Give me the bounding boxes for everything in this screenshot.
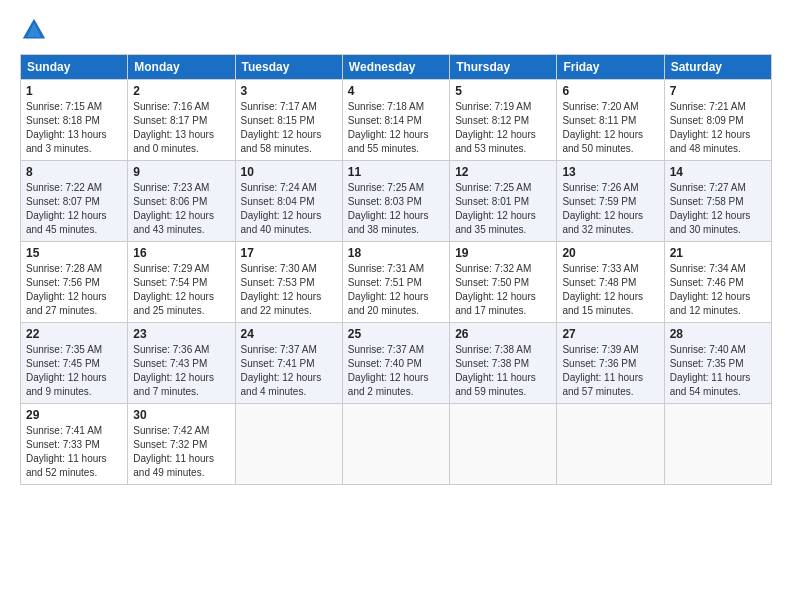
sunrise: Sunrise: 7:32 AM [455, 263, 531, 274]
sunrise: Sunrise: 7:15 AM [26, 101, 102, 112]
daylight: Daylight: 12 hours and 58 minutes. [241, 129, 322, 154]
day-number: 28 [670, 327, 766, 341]
day-number: 2 [133, 84, 229, 98]
daylight: Daylight: 12 hours and 2 minutes. [348, 372, 429, 397]
day-detail: Sunrise: 7:16 AM Sunset: 8:17 PM Dayligh… [133, 100, 229, 156]
sunrise: Sunrise: 7:37 AM [348, 344, 424, 355]
day-number: 5 [455, 84, 551, 98]
day-number: 27 [562, 327, 658, 341]
sunrise: Sunrise: 7:18 AM [348, 101, 424, 112]
sunset: Sunset: 7:35 PM [670, 358, 744, 369]
daylight: Daylight: 12 hours and 48 minutes. [670, 129, 751, 154]
sunset: Sunset: 7:46 PM [670, 277, 744, 288]
daylight: Daylight: 12 hours and 35 minutes. [455, 210, 536, 235]
sunset: Sunset: 8:11 PM [562, 115, 636, 126]
daylight: Daylight: 12 hours and 55 minutes. [348, 129, 429, 154]
empty-cell [557, 404, 664, 485]
sunset: Sunset: 8:14 PM [348, 115, 422, 126]
sunrise: Sunrise: 7:26 AM [562, 182, 638, 193]
sunrise: Sunrise: 7:20 AM [562, 101, 638, 112]
day-detail: Sunrise: 7:39 AM Sunset: 7:36 PM Dayligh… [562, 343, 658, 399]
day-cell-9: 9 Sunrise: 7:23 AM Sunset: 8:06 PM Dayli… [128, 161, 235, 242]
day-number: 16 [133, 246, 229, 260]
sunset: Sunset: 7:43 PM [133, 358, 207, 369]
daylight: Daylight: 11 hours and 59 minutes. [455, 372, 536, 397]
day-cell-3: 3 Sunrise: 7:17 AM Sunset: 8:15 PM Dayli… [235, 80, 342, 161]
day-cell-8: 8 Sunrise: 7:22 AM Sunset: 8:07 PM Dayli… [21, 161, 128, 242]
empty-cell [235, 404, 342, 485]
sunrise: Sunrise: 7:28 AM [26, 263, 102, 274]
sunrise: Sunrise: 7:29 AM [133, 263, 209, 274]
calendar-week-1: 1 Sunrise: 7:15 AM Sunset: 8:18 PM Dayli… [21, 80, 772, 161]
daylight: Daylight: 12 hours and 50 minutes. [562, 129, 643, 154]
sunset: Sunset: 7:59 PM [562, 196, 636, 207]
empty-cell [342, 404, 449, 485]
sunrise: Sunrise: 7:31 AM [348, 263, 424, 274]
sunrise: Sunrise: 7:30 AM [241, 263, 317, 274]
day-detail: Sunrise: 7:17 AM Sunset: 8:15 PM Dayligh… [241, 100, 337, 156]
sunset: Sunset: 7:38 PM [455, 358, 529, 369]
day-cell-26: 26 Sunrise: 7:38 AM Sunset: 7:38 PM Dayl… [450, 323, 557, 404]
day-cell-29: 29 Sunrise: 7:41 AM Sunset: 7:33 PM Dayl… [21, 404, 128, 485]
day-number: 18 [348, 246, 444, 260]
day-number: 20 [562, 246, 658, 260]
day-detail: Sunrise: 7:25 AM Sunset: 8:01 PM Dayligh… [455, 181, 551, 237]
sunrise: Sunrise: 7:23 AM [133, 182, 209, 193]
day-detail: Sunrise: 7:22 AM Sunset: 8:07 PM Dayligh… [26, 181, 122, 237]
daylight: Daylight: 12 hours and 30 minutes. [670, 210, 751, 235]
day-number: 12 [455, 165, 551, 179]
day-cell-30: 30 Sunrise: 7:42 AM Sunset: 7:32 PM Dayl… [128, 404, 235, 485]
day-number: 11 [348, 165, 444, 179]
daylight: Daylight: 12 hours and 22 minutes. [241, 291, 322, 316]
day-cell-6: 6 Sunrise: 7:20 AM Sunset: 8:11 PM Dayli… [557, 80, 664, 161]
sunset: Sunset: 7:50 PM [455, 277, 529, 288]
daylight: Daylight: 12 hours and 43 minutes. [133, 210, 214, 235]
daylight: Daylight: 12 hours and 27 minutes. [26, 291, 107, 316]
day-cell-24: 24 Sunrise: 7:37 AM Sunset: 7:41 PM Dayl… [235, 323, 342, 404]
day-cell-5: 5 Sunrise: 7:19 AM Sunset: 8:12 PM Dayli… [450, 80, 557, 161]
day-cell-23: 23 Sunrise: 7:36 AM Sunset: 7:43 PM Dayl… [128, 323, 235, 404]
day-number: 3 [241, 84, 337, 98]
sunset: Sunset: 8:01 PM [455, 196, 529, 207]
day-detail: Sunrise: 7:31 AM Sunset: 7:51 PM Dayligh… [348, 262, 444, 318]
day-number: 22 [26, 327, 122, 341]
sunrise: Sunrise: 7:40 AM [670, 344, 746, 355]
day-number: 9 [133, 165, 229, 179]
sunrise: Sunrise: 7:42 AM [133, 425, 209, 436]
day-cell-21: 21 Sunrise: 7:34 AM Sunset: 7:46 PM Dayl… [664, 242, 771, 323]
sunrise: Sunrise: 7:27 AM [670, 182, 746, 193]
daylight: Daylight: 13 hours and 3 minutes. [26, 129, 107, 154]
sunrise: Sunrise: 7:24 AM [241, 182, 317, 193]
sunset: Sunset: 7:36 PM [562, 358, 636, 369]
day-number: 25 [348, 327, 444, 341]
daylight: Daylight: 12 hours and 12 minutes. [670, 291, 751, 316]
calendar-table: SundayMondayTuesdayWednesdayThursdayFrid… [20, 54, 772, 485]
day-detail: Sunrise: 7:23 AM Sunset: 8:06 PM Dayligh… [133, 181, 229, 237]
daylight: Daylight: 12 hours and 7 minutes. [133, 372, 214, 397]
day-detail: Sunrise: 7:28 AM Sunset: 7:56 PM Dayligh… [26, 262, 122, 318]
sunrise: Sunrise: 7:33 AM [562, 263, 638, 274]
day-cell-7: 7 Sunrise: 7:21 AM Sunset: 8:09 PM Dayli… [664, 80, 771, 161]
daylight: Daylight: 12 hours and 17 minutes. [455, 291, 536, 316]
calendar-weekday-saturday: Saturday [664, 55, 771, 80]
sunset: Sunset: 7:48 PM [562, 277, 636, 288]
day-detail: Sunrise: 7:18 AM Sunset: 8:14 PM Dayligh… [348, 100, 444, 156]
day-detail: Sunrise: 7:20 AM Sunset: 8:11 PM Dayligh… [562, 100, 658, 156]
daylight: Daylight: 12 hours and 53 minutes. [455, 129, 536, 154]
day-number: 15 [26, 246, 122, 260]
daylight: Daylight: 11 hours and 54 minutes. [670, 372, 751, 397]
day-cell-20: 20 Sunrise: 7:33 AM Sunset: 7:48 PM Dayl… [557, 242, 664, 323]
daylight: Daylight: 12 hours and 4 minutes. [241, 372, 322, 397]
day-detail: Sunrise: 7:37 AM Sunset: 7:40 PM Dayligh… [348, 343, 444, 399]
day-cell-16: 16 Sunrise: 7:29 AM Sunset: 7:54 PM Dayl… [128, 242, 235, 323]
day-number: 10 [241, 165, 337, 179]
logo [20, 16, 52, 44]
day-cell-2: 2 Sunrise: 7:16 AM Sunset: 8:17 PM Dayli… [128, 80, 235, 161]
calendar-weekday-monday: Monday [128, 55, 235, 80]
day-detail: Sunrise: 7:15 AM Sunset: 8:18 PM Dayligh… [26, 100, 122, 156]
day-detail: Sunrise: 7:42 AM Sunset: 7:32 PM Dayligh… [133, 424, 229, 480]
calendar-body: 1 Sunrise: 7:15 AM Sunset: 8:18 PM Dayli… [21, 80, 772, 485]
sunset: Sunset: 7:51 PM [348, 277, 422, 288]
sunset: Sunset: 7:54 PM [133, 277, 207, 288]
day-cell-1: 1 Sunrise: 7:15 AM Sunset: 8:18 PM Dayli… [21, 80, 128, 161]
